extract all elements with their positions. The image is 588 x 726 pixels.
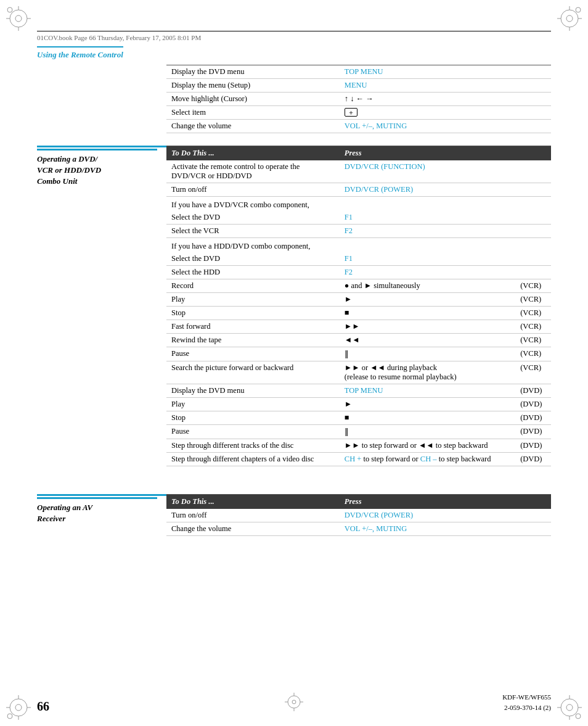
press-cell: ＋: [340, 106, 551, 120]
svg-point-28: [288, 696, 300, 708]
press-cell: TOP MENU: [340, 65, 551, 79]
table-row: Turn on/off DVD/VCR (POWER): [166, 509, 551, 522]
page-number: 66: [37, 699, 49, 714]
svg-point-0: [10, 10, 27, 27]
action-cell: Play: [166, 398, 340, 411]
corner-decoration-tr: [557, 6, 582, 31]
suffix-cell: (VCR): [515, 334, 551, 347]
table-row: Select the HDD F2: [166, 266, 551, 279]
svg-point-14: [10, 699, 27, 716]
corner-decoration-br: [557, 695, 582, 720]
svg-point-21: [561, 699, 578, 716]
table-row: Pause ‖ (DVD): [166, 425, 551, 439]
press-cell: ● and ► simultaneously: [340, 279, 515, 293]
suffix-cell: (DVD): [515, 439, 551, 453]
action-cell: Display the DVD menu: [166, 384, 340, 398]
action-cell: Display the menu (Setup): [166, 79, 340, 93]
action-cell: Step through different chapters of a vid…: [166, 453, 340, 466]
col-header-action: To Do This ...: [166, 495, 340, 509]
table-row: Search the picture forward or backward ►…: [166, 361, 551, 384]
suffix-cell: [515, 160, 551, 183]
svg-point-7: [561, 10, 578, 27]
dvd-vcr-section: Operating a DVD/VCR or HDD/DVDCombo Unit…: [37, 146, 551, 479]
svg-point-22: [566, 704, 573, 711]
press-cell: DVD/VCR (FUNCTION): [340, 160, 515, 183]
svg-point-13: [576, 7, 581, 12]
action-cell: Change the volume: [166, 120, 340, 133]
corner-decoration-tl: [6, 6, 31, 31]
press-cell: DVD/VCR (POWER): [340, 183, 515, 197]
suffix-cell: [515, 183, 551, 197]
press-cell: ■: [340, 307, 515, 320]
svg-point-8: [566, 15, 573, 22]
press-cell: MENU: [340, 79, 551, 93]
table-row: Rewind the tape ◄◄ (VCR): [166, 334, 551, 347]
svg-point-27: [576, 714, 581, 719]
action-cell: Stop: [166, 411, 340, 425]
action-cell: Pause: [166, 347, 340, 361]
dvd-vcr-table: To Do This ... Press Activate the remote…: [166, 146, 551, 466]
corner-decoration-bl: [6, 695, 31, 720]
table-row: Fast forward ►► (VCR): [166, 320, 551, 334]
header-bar: 01COV.book Page 66 Thursday, February 17…: [37, 31, 551, 41]
action-cell: Move highlight (Cursor): [166, 93, 340, 106]
table-row: Select item ＋: [166, 106, 551, 120]
suffix-cell: [515, 225, 551, 238]
press-cell: VOL +/–, MUTING: [340, 120, 551, 133]
table-header-row: To Do This ... Press: [166, 146, 551, 161]
table-row: Step through different tracks of the dis…: [166, 439, 551, 453]
page: 01COV.book Page 66 Thursday, February 17…: [0, 0, 588, 726]
table-row: Record ● and ► simultaneously (VCR): [166, 279, 551, 293]
header-file-info: 01COV.book Page 66 Thursday, February 17…: [37, 34, 201, 41]
press-cell: DVD/VCR (POWER): [340, 509, 551, 522]
action-cell: Search the picture forward or backward: [166, 361, 340, 384]
suffix-cell: (VCR): [515, 279, 551, 293]
table-row: Display the menu (Setup) MENU: [166, 79, 551, 93]
table-row: Display the DVD menu TOP MENU (DVD): [166, 384, 551, 398]
col-header-press: Press: [340, 495, 551, 509]
suffix-cell: (VCR): [515, 307, 551, 320]
suffix-cell: [515, 252, 551, 266]
note-cell: If you have a HDD/DVD combo component,: [166, 238, 551, 253]
av-receiver-section: Operating an AVReceiver To Do This ... P…: [37, 494, 551, 548]
suffix-cell: (VCR): [515, 347, 551, 361]
table-row: Move highlight (Cursor) ↑ ↓ ← →: [166, 93, 551, 106]
table-row: Change the volume VOL +/–, MUTING: [166, 120, 551, 133]
action-cell: Display the DVD menu: [166, 65, 340, 79]
table-row: Display the DVD menu TOP MENU: [166, 65, 551, 79]
press-cell: ►: [340, 293, 515, 307]
action-cell: Step through different tracks of the dis…: [166, 439, 340, 453]
table-row-note: If you have a HDD/DVD combo component,: [166, 238, 551, 253]
action-cell: Fast forward: [166, 320, 340, 334]
dvd-vcr-title: Operating a DVD/VCR or HDD/DVDCombo Unit: [37, 154, 157, 188]
table-row: Stop ■ (VCR): [166, 307, 551, 320]
suffix-cell: [515, 266, 551, 279]
col-header-press: Press: [340, 146, 551, 161]
suffix-cell: [515, 211, 551, 225]
press-cell: VOL +/–, MUTING: [340, 522, 551, 536]
av-receiver-table: To Do This ... Press Turn on/off DVD/VCR…: [166, 494, 551, 536]
suffix-cell: (DVD): [515, 384, 551, 398]
action-cell: Change the volume: [166, 522, 340, 536]
action-cell: Select the VCR: [166, 225, 340, 238]
av-receiver-label-col: Operating an AVReceiver: [37, 494, 166, 524]
using-remote-title: Using the Remote Control: [37, 46, 123, 60]
table-row-note: If you have a DVD/VCR combo component,: [166, 197, 551, 212]
model-line2: 2-059-370-14 (2): [502, 703, 551, 714]
press-cell: TOP MENU: [340, 384, 515, 398]
table-header-row: To Do This ... Press: [166, 495, 551, 509]
action-cell: Select item: [166, 106, 340, 120]
table-row: Activate the remote control to operate t…: [166, 160, 551, 183]
press-cell: F1: [340, 252, 515, 266]
press-cell: ►► to step forward or ◄◄ to step backwar…: [340, 439, 515, 453]
action-cell: Select the HDD: [166, 266, 340, 279]
svg-point-20: [7, 714, 12, 719]
suffix-cell: (DVD): [515, 398, 551, 411]
table-row: Play ► (DVD): [166, 398, 551, 411]
svg-point-15: [15, 704, 22, 711]
footer: 66 KDF-WE/WF655 2-059-370-14 (2): [37, 692, 551, 714]
press-cell: ‖: [340, 425, 515, 439]
suffix-cell: (DVD): [515, 411, 551, 425]
press-cell: ◄◄: [340, 334, 515, 347]
action-cell: Turn on/off: [166, 509, 340, 522]
